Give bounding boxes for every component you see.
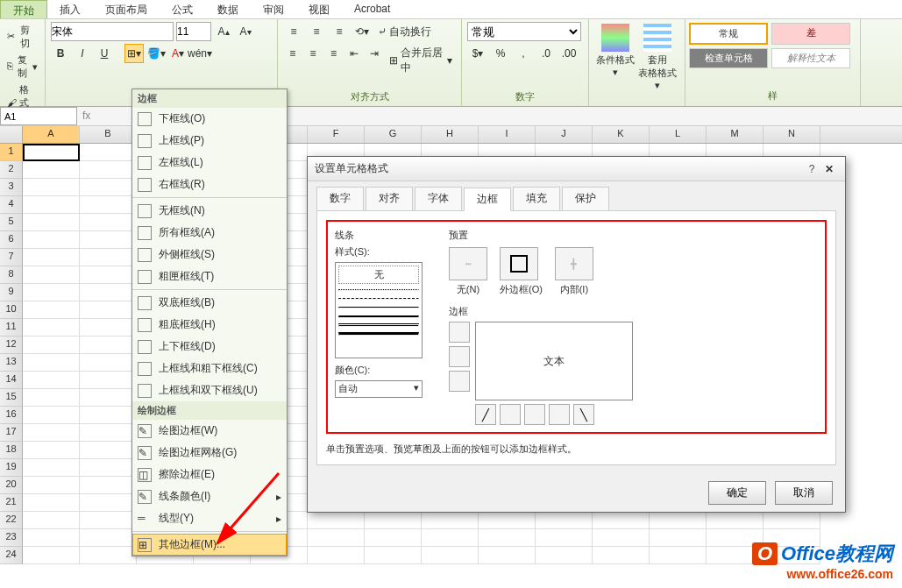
- cell[interactable]: [80, 442, 137, 459]
- bold-button[interactable]: B: [51, 44, 70, 63]
- cell[interactable]: [422, 547, 479, 564]
- dialog-tab-font[interactable]: 字体: [415, 187, 462, 210]
- cell[interactable]: [23, 494, 80, 512]
- line-style-list[interactable]: 无: [335, 262, 423, 358]
- col-header-B[interactable]: B: [80, 126, 137, 143]
- cell[interactable]: [23, 389, 80, 407]
- menu-left-border[interactable]: 左框线(L): [132, 152, 287, 174]
- cell[interactable]: [23, 214, 80, 231]
- color-select[interactable]: 自动 ▾: [335, 380, 423, 398]
- row-header-24[interactable]: 24: [0, 547, 23, 564]
- style-option[interactable]: [338, 286, 419, 294]
- row-header-12[interactable]: 12: [0, 337, 23, 354]
- row-header-16[interactable]: 16: [0, 407, 23, 424]
- cell[interactable]: [80, 477, 137, 494]
- cell[interactable]: [23, 477, 80, 494]
- cell[interactable]: [479, 547, 536, 564]
- style-option[interactable]: [338, 321, 419, 329]
- cell[interactable]: [80, 547, 137, 564]
- cell[interactable]: [308, 512, 365, 529]
- cell[interactable]: [536, 547, 593, 564]
- menu-no-border[interactable]: 无框线(N): [132, 200, 287, 222]
- cell[interactable]: [23, 459, 80, 477]
- row-header-8[interactable]: 8: [0, 266, 23, 284]
- row-header-6[interactable]: 6: [0, 231, 23, 249]
- align-top-button[interactable]: ≡: [283, 22, 304, 41]
- tab-acrobat[interactable]: Acrobat: [342, 0, 402, 18]
- row-header-7[interactable]: 7: [0, 249, 23, 266]
- menu-double-bottom[interactable]: 双底框线(B): [132, 292, 287, 314]
- align-left-button[interactable]: ≡: [283, 44, 302, 63]
- tab-review[interactable]: 审阅: [251, 0, 296, 18]
- cancel-button[interactable]: 取消: [775, 481, 833, 505]
- menu-bottom-border[interactable]: 下框线(O): [132, 108, 287, 130]
- cell[interactable]: [80, 179, 137, 196]
- col-header-A[interactable]: A: [23, 126, 80, 143]
- cell[interactable]: [80, 231, 137, 249]
- font-name-select[interactable]: [51, 22, 174, 41]
- cell[interactable]: [80, 196, 137, 214]
- cell[interactable]: [80, 389, 137, 407]
- row-header-18[interactable]: 18: [0, 442, 23, 459]
- cell[interactable]: [23, 319, 80, 337]
- align-center-button[interactable]: ≡: [303, 44, 322, 63]
- menu-erase-border[interactable]: ◫擦除边框(E): [132, 464, 287, 485]
- row-header-17[interactable]: 17: [0, 424, 23, 442]
- tab-home[interactable]: 开始: [0, 0, 47, 18]
- row-header-10[interactable]: 10: [0, 301, 23, 319]
- cell[interactable]: [80, 372, 137, 389]
- style-option[interactable]: [338, 329, 419, 338]
- cell[interactable]: [23, 284, 80, 301]
- cell[interactable]: [365, 547, 422, 564]
- dialog-tab-fill[interactable]: 填充: [513, 187, 560, 210]
- tab-formula[interactable]: 公式: [160, 0, 205, 18]
- cell[interactable]: [80, 424, 137, 442]
- italic-button[interactable]: I: [73, 44, 92, 63]
- menu-top-border[interactable]: 上框线(P): [132, 130, 287, 152]
- col-header-H[interactable]: H: [422, 126, 479, 143]
- cell[interactable]: [707, 512, 764, 529]
- cell[interactable]: [23, 301, 80, 319]
- menu-top-double-bottom[interactable]: 上框线和双下框线(U): [132, 379, 287, 401]
- menu-outside-border[interactable]: 外侧框线(S): [132, 244, 287, 266]
- cell[interactable]: [80, 301, 137, 319]
- row-header-4[interactable]: 4: [0, 196, 23, 214]
- cut-button[interactable]: ✂剪切: [5, 22, 39, 52]
- col-header-J[interactable]: J: [536, 126, 593, 143]
- orientation-button[interactable]: ⟲▾: [352, 22, 373, 41]
- col-header-I[interactable]: I: [479, 126, 536, 143]
- font-color-button[interactable]: A▾: [168, 44, 188, 63]
- cell[interactable]: [23, 442, 80, 459]
- row-header-22[interactable]: 22: [0, 512, 23, 529]
- menu-thick-bottom[interactable]: 粗底框线(H): [132, 314, 287, 336]
- menu-draw-border[interactable]: ✎绘图边框(W): [132, 420, 287, 442]
- border-bottom-button[interactable]: [449, 371, 470, 392]
- conditional-format-button[interactable]: 条件格式▾: [594, 22, 636, 103]
- cell[interactable]: [80, 459, 137, 477]
- dialog-close-button[interactable]: ✕: [820, 163, 838, 175]
- cell[interactable]: [593, 512, 650, 529]
- dialog-tab-align[interactable]: 对齐: [366, 187, 413, 210]
- cell[interactable]: [23, 407, 80, 424]
- row-header-2[interactable]: 2: [0, 161, 23, 179]
- tab-data[interactable]: 数据: [205, 0, 251, 18]
- style-option[interactable]: [338, 312, 419, 321]
- row-header-19[interactable]: 19: [0, 459, 23, 477]
- number-format-select[interactable]: 常规: [467, 22, 581, 41]
- cell[interactable]: [593, 529, 650, 547]
- cell[interactable]: [479, 512, 536, 529]
- cell[interactable]: [80, 284, 137, 301]
- cell[interactable]: [650, 547, 707, 564]
- table-format-button[interactable]: 套用 表格格式▾: [636, 22, 678, 103]
- cell[interactable]: [23, 512, 80, 529]
- align-bottom-button[interactable]: ≡: [329, 22, 350, 41]
- cell[interactable]: [23, 354, 80, 372]
- style-bad[interactable]: 差: [771, 23, 850, 45]
- copy-button[interactable]: ⎘复制▾: [5, 52, 39, 81]
- select-all-corner[interactable]: [0, 126, 23, 143]
- cell[interactable]: [650, 529, 707, 547]
- border-mid-h-button[interactable]: [449, 346, 470, 367]
- menu-all-border[interactable]: 所有框线(A): [132, 222, 287, 244]
- cell[interactable]: [23, 424, 80, 442]
- style-option[interactable]: [338, 294, 419, 303]
